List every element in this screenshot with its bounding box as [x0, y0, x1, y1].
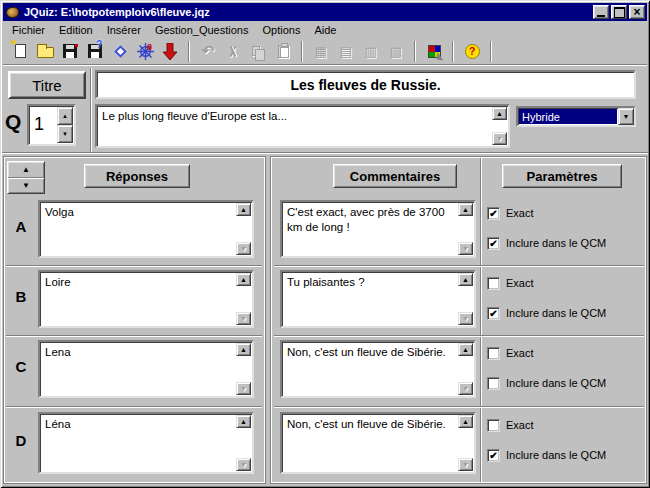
cut-icon[interactable]	[221, 40, 245, 63]
row-divider	[274, 265, 644, 266]
window-controls	[593, 5, 645, 19]
answer-d-scroll-down-icon[interactable]	[236, 458, 251, 471]
exact-label-b: Exact	[506, 277, 534, 290]
qcm-checkbox-c[interactable]	[487, 377, 500, 390]
params-column-divider	[480, 158, 481, 482]
open-file-icon[interactable]	[33, 40, 57, 63]
comment-a-scroll-up-icon[interactable]	[458, 203, 473, 216]
grayed-glyph	[390, 45, 402, 58]
exact-checkbox-a[interactable]	[487, 207, 500, 220]
title-bar[interactable]: JQuiz: E:\hotpotemploiv6\fleuve.jqz	[3, 3, 647, 21]
red-download-arrow-icon[interactable]	[158, 40, 182, 63]
comment-field-d[interactable]: Non, c'est un fleuve de Sibérie.	[280, 412, 476, 474]
comment-b-scroll-down-icon[interactable]	[458, 312, 473, 325]
comment-d-scroll-down-icon[interactable]	[458, 458, 473, 471]
question-number-spinner[interactable]: 1	[27, 104, 76, 146]
close-button[interactable]	[629, 5, 645, 19]
comment-field-c[interactable]: Non, c'est un fleuve de Sibérie.	[280, 340, 476, 398]
maximize-icon	[614, 7, 625, 18]
comment-field-a[interactable]: C'est exact, avec près de 3700 km de lon…	[280, 200, 476, 258]
qcm-label-a: Inclure dans le QCM	[506, 237, 606, 250]
exact-checkbox-d[interactable]	[487, 419, 500, 432]
comments-header: Commentaires	[333, 164, 457, 188]
save-icon[interactable]	[58, 40, 82, 63]
answer-field-d[interactable]: Léna	[38, 412, 254, 474]
grayed-tool-1-icon[interactable]	[309, 40, 333, 63]
exact-label-c: Exact	[506, 347, 534, 360]
colors-palette-icon[interactable]	[422, 40, 446, 63]
menu-item-edition[interactable]: Edition	[52, 22, 100, 38]
close-icon	[633, 6, 640, 18]
paste-icon[interactable]	[271, 40, 295, 63]
answer-c-scroll-down-icon[interactable]	[236, 382, 251, 395]
answer-a-scroll-up-icon[interactable]	[236, 203, 251, 216]
answer-c-scroll-up-icon[interactable]	[236, 343, 251, 356]
answer-field-b[interactable]: Loire	[38, 270, 254, 328]
eraser-icon[interactable]	[108, 40, 132, 63]
dropdown-arrow-icon[interactable]	[618, 108, 634, 125]
answer-b-scroll-down-icon[interactable]	[236, 312, 251, 325]
answer-field-a[interactable]: Volga	[38, 200, 254, 258]
copy-pages-glyph	[252, 46, 260, 56]
answer-d-scroll-up-icon[interactable]	[236, 415, 251, 428]
folder-glyph	[37, 47, 54, 58]
spinner-buttons	[57, 107, 73, 143]
comment-field-b[interactable]: Tu plaisantes ?	[280, 270, 476, 328]
grayed-tool-4-icon[interactable]	[384, 40, 408, 63]
maximize-button[interactable]	[611, 5, 627, 19]
qcm-label-d: Inclure dans le QCM	[506, 449, 606, 462]
menu-item-fichier[interactable]: Fichier	[5, 22, 52, 38]
comment-text-c: Non, c'est un fleuve de Sibérie.	[283, 343, 457, 395]
help-icon[interactable]	[460, 40, 484, 63]
grayed-tool-3-icon[interactable]	[359, 40, 383, 63]
toolbar-separator	[301, 41, 303, 62]
exact-label-a: Exact	[506, 207, 534, 220]
menu-item-aide[interactable]: Aide	[307, 22, 343, 38]
new-file-icon[interactable]	[8, 40, 32, 63]
save-as-icon[interactable]	[83, 40, 107, 63]
copy-icon[interactable]	[246, 40, 270, 63]
question-number-value: 1	[34, 114, 44, 135]
comment-b-scroll-up-icon[interactable]	[458, 273, 473, 286]
qcm-checkbox-d[interactable]	[487, 449, 500, 462]
question-number-label: Q	[5, 110, 21, 134]
answers-up-icon[interactable]	[8, 162, 44, 178]
toolbar: 6	[3, 38, 647, 65]
comment-c-scroll-down-icon[interactable]	[458, 382, 473, 395]
menu-item-options[interactable]: Options	[255, 22, 307, 38]
menu-item-inserer[interactable]: Insérer	[100, 22, 148, 38]
answer-letter-a: A	[10, 218, 32, 235]
minimize-button[interactable]	[593, 5, 609, 19]
exact-label-d: Exact	[506, 419, 534, 432]
title-input[interactable]: Les fleuves de Russie.	[95, 70, 636, 99]
app-icon	[6, 7, 19, 18]
undo-icon[interactable]	[196, 40, 220, 63]
grayed-tool-2-icon[interactable]	[334, 40, 358, 63]
comment-a-scroll-down-icon[interactable]	[458, 242, 473, 255]
answer-b-scroll-up-icon[interactable]	[236, 273, 251, 286]
question-input[interactable]: Le plus long fleuve d'Europe est la...	[95, 104, 510, 148]
question-type-dropdown[interactable]: Hybride	[516, 106, 636, 127]
spinner-up-icon[interactable]	[57, 107, 73, 125]
window-title: JQuiz: E:\hotpotemploiv6\fleuve.jqz	[24, 6, 210, 18]
export-webpage-v6-icon[interactable]: 6	[133, 40, 157, 63]
comment-d-scroll-up-icon[interactable]	[458, 415, 473, 428]
qcm-label-b: Inclure dans le QCM	[506, 307, 606, 320]
answer-letter-c: C	[10, 358, 32, 375]
qcm-checkbox-b[interactable]	[487, 307, 500, 320]
answer-text-d: Léna	[41, 415, 235, 471]
spinner-down-icon[interactable]	[57, 125, 73, 143]
menu-item-gestion-questions[interactable]: Gestion_Questions	[148, 22, 256, 38]
qcm-checkbox-a[interactable]	[487, 237, 500, 250]
section-divider	[2, 152, 648, 153]
answer-field-c[interactable]: Lena	[38, 340, 254, 398]
question-text: Le plus long fleuve d'Europe est la...	[98, 107, 491, 145]
question-scroll-down-icon[interactable]	[492, 132, 507, 145]
toolbar-separator	[188, 41, 190, 62]
exact-checkbox-b[interactable]	[487, 277, 500, 290]
comment-c-scroll-up-icon[interactable]	[458, 343, 473, 356]
exact-checkbox-c[interactable]	[487, 347, 500, 360]
answer-a-scroll-down-icon[interactable]	[236, 242, 251, 255]
question-scroll-up-icon[interactable]	[492, 107, 507, 120]
answers-down-icon[interactable]	[8, 178, 44, 193]
